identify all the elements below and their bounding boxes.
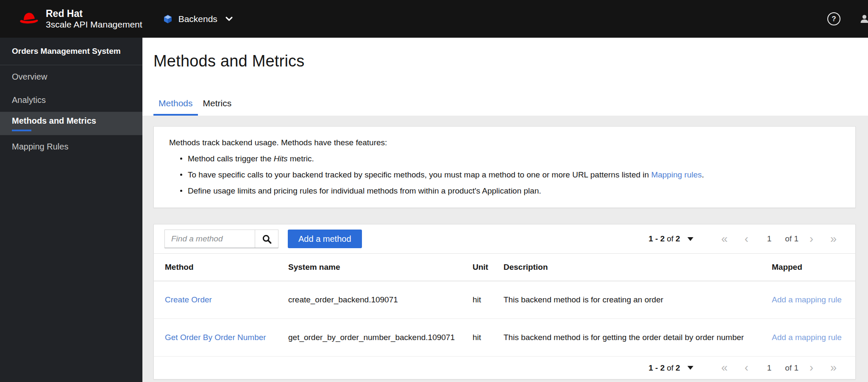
sidebar-item-label: Overview: [12, 72, 142, 82]
brand-title: Red Hat: [46, 8, 142, 19]
unit-cell: hit: [473, 281, 504, 319]
description-cell: This backend method is for getting the o…: [504, 319, 772, 357]
table-bottom-bar: 1 - 2 of 2 « ‹ 1 of 1 › »: [154, 357, 855, 379]
sidebar-item-mapping-rules[interactable]: Mapping Rules: [0, 135, 142, 158]
method-link[interactable]: Create Order: [165, 295, 212, 304]
pagination-nav: « ‹ 1 of 1 › »: [713, 362, 845, 374]
search-icon: [262, 234, 272, 244]
help-glyph: ?: [832, 15, 836, 23]
current-page: 1: [767, 363, 772, 373]
next-page-button[interactable]: ›: [801, 362, 822, 374]
content-area: Methods track backend usage. Methods hav…: [142, 116, 868, 379]
page-title: Methods and Metrics: [153, 52, 305, 70]
help-icon[interactable]: ?: [827, 12, 840, 25]
system-name-cell: create_order_backend.109071: [288, 281, 473, 319]
first-page-button[interactable]: «: [713, 233, 736, 245]
first-page-button[interactable]: «: [713, 362, 736, 374]
col-header-method: Method: [154, 254, 288, 281]
add-mapping-rule-link[interactable]: Add a mapping rule: [772, 333, 842, 342]
page-header: Methods and Metrics Methods Metrics: [142, 38, 868, 116]
user-icon[interactable]: [859, 14, 868, 24]
unit-cell: hit: [473, 319, 504, 357]
pagination-of: of: [667, 363, 673, 373]
sidebar-section-title: Orders Management System: [0, 38, 142, 65]
current-page: 1: [767, 234, 772, 244]
info-intro: Methods track backend usage. Methods hav…: [169, 138, 843, 147]
sidebar-item-methods-and-metrics[interactable]: Methods and Metrics: [0, 112, 142, 135]
methods-table: Method System name Unit Description Mapp…: [154, 253, 855, 357]
search-group: [164, 230, 278, 248]
info-bullet-hits: Method calls trigger the Hits metric.: [180, 154, 843, 163]
col-header-mapped: Mapped: [772, 254, 855, 281]
sidebar-item-overview[interactable]: Overview: [0, 65, 142, 89]
brand[interactable]: Red Hat 3scale API Management: [19, 8, 142, 29]
active-item-underline: [12, 130, 31, 131]
previous-page-button[interactable]: ‹: [736, 233, 757, 245]
main-content: Methods and Metrics Methods Metrics Meth…: [142, 38, 868, 382]
table-row: Create Order create_order_backend.109071…: [154, 281, 855, 319]
add-method-button[interactable]: Add a method: [288, 230, 362, 248]
add-mapping-rule-link[interactable]: Add a mapping rule: [772, 295, 842, 304]
pagination-of: of: [667, 234, 673, 244]
sidebar: Orders Management System Overview Analyt…: [0, 38, 142, 382]
sidebar-item-label: Methods and Metrics: [12, 116, 142, 126]
bullet-text: Method calls trigger the: [188, 154, 274, 163]
caret-down-icon[interactable]: [687, 237, 693, 241]
sidebar-item-label: Mapping Rules: [12, 142, 142, 152]
pagination-range: 1 - 2: [648, 363, 665, 373]
caret-down-icon[interactable]: [687, 366, 693, 370]
pagination-total: 2: [676, 363, 680, 373]
bullet-emphasis: Hits: [274, 154, 288, 163]
masthead-utilities: ?: [827, 12, 867, 25]
system-name-cell: get_order_by_order_number_backend.109071: [288, 319, 473, 357]
masthead: Red Hat 3scale API Management Backends: [0, 0, 868, 38]
table-header-row: Method System name Unit Description Mapp…: [154, 254, 855, 281]
bullet-text: Define usage limits and pricing rules fo…: [188, 186, 541, 195]
context-selector[interactable]: Backends: [163, 14, 233, 24]
last-page-button[interactable]: »: [822, 233, 845, 245]
previous-page-button[interactable]: ‹: [736, 362, 757, 374]
col-header-unit: Unit: [473, 254, 504, 281]
sidebar-item-analytics[interactable]: Analytics: [0, 89, 142, 112]
pagination-nav: « ‹ 1 of 1 › »: [713, 233, 845, 245]
table-toolbar: Add a method 1 - 2 of 2 « ‹ 1 of 1 › »: [154, 224, 855, 253]
redhat-hat-icon: [19, 11, 39, 27]
bullet-text: metric.: [288, 154, 314, 163]
info-bullet-list: Method calls trigger the Hits metric. To…: [169, 154, 843, 196]
pagination-total: 2: [676, 234, 680, 244]
next-page-button[interactable]: ›: [801, 233, 822, 245]
methods-table-card: Add a method 1 - 2 of 2 « ‹ 1 of 1 › »: [153, 224, 856, 379]
chevron-down-icon: [225, 17, 233, 21]
tab-metrics[interactable]: Metrics: [198, 98, 237, 116]
info-card: Methods track backend usage. Methods hav…: [153, 126, 856, 208]
description-cell: This backend method is for creating an o…: [504, 281, 772, 319]
last-page-button[interactable]: »: [822, 362, 845, 374]
tab-methods[interactable]: Methods: [153, 98, 198, 116]
mapping-rules-link[interactable]: Mapping rules: [651, 170, 701, 179]
search-input[interactable]: [165, 230, 255, 248]
bullet-text: .: [702, 170, 704, 179]
col-header-description: Description: [504, 254, 772, 281]
pagination-top: 1 - 2 of 2 « ‹ 1 of 1 › »: [648, 233, 845, 245]
tabs: Methods Metrics: [153, 98, 236, 116]
page-count: of 1: [785, 363, 798, 373]
search-button[interactable]: [255, 230, 278, 248]
bullet-text: To have specific calls to your backend t…: [188, 170, 651, 179]
col-header-system-name: System name: [288, 254, 473, 281]
info-bullet-mapping: To have specific calls to your backend t…: [180, 170, 843, 180]
method-link[interactable]: Get Order By Order Number: [165, 333, 266, 342]
page-count: of 1: [785, 234, 798, 244]
info-bullet-limits: Define usage limits and pricing rules fo…: [180, 186, 843, 196]
app-root: Red Hat 3scale API Management Backends: [0, 0, 868, 382]
cube-icon: [163, 14, 173, 24]
context-selector-label: Backends: [178, 14, 217, 24]
sidebar-item-label: Analytics: [12, 95, 142, 105]
pagination-bottom: 1 - 2 of 2 « ‹ 1 of 1 › »: [648, 362, 845, 374]
table-row: Get Order By Order Number get_order_by_o…: [154, 319, 855, 357]
brand-subtitle: 3scale API Management: [46, 19, 142, 30]
pagination-range: 1 - 2: [648, 234, 665, 244]
